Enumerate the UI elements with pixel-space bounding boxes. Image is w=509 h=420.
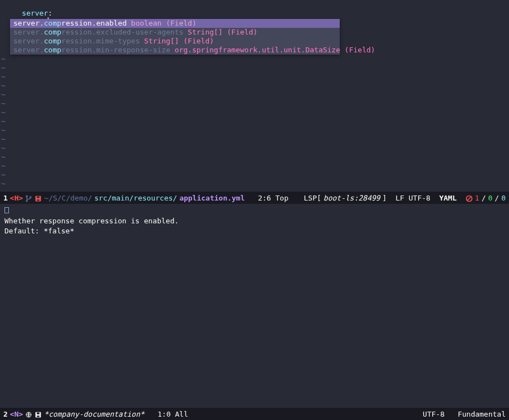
- completion-item[interactable]: server.compression.excluded-user-agents …: [10, 28, 340, 37]
- svg-point-0: [26, 196, 28, 197]
- evil-state: <N>: [10, 410, 23, 418]
- window-number: 1: [3, 194, 8, 202]
- svg-point-1: [26, 200, 28, 202]
- position: 1:0 All: [158, 410, 188, 418]
- tilde: ~: [1, 153, 6, 162]
- yaml-key: server: [22, 9, 48, 17]
- lsp-server: boot-ls:28499: [324, 194, 380, 202]
- completion-item[interactable]: server.compression.mime-types String[] (…: [10, 37, 340, 46]
- major-mode: YAML: [439, 194, 457, 202]
- line-2[interactable]: ● comp: [0, 9, 509, 18]
- encoding: LF UTF-8: [395, 194, 430, 202]
- svg-rect-4: [37, 196, 40, 198]
- globe-icon: [25, 410, 32, 418]
- git-branch-icon: [25, 194, 32, 202]
- error-icon: [466, 194, 473, 202]
- lsp-label: LSP[: [304, 194, 321, 202]
- tilde: ~: [1, 126, 6, 135]
- tilde: ~: [1, 72, 6, 81]
- tilde: ~: [1, 90, 6, 99]
- tilde: ~: [1, 170, 6, 179]
- diag-errors: 1: [475, 194, 479, 202]
- tilde-column: ~~~~~~~~~~~~~~~: [1, 55, 6, 188]
- tilde: ~: [1, 179, 6, 188]
- tilde: ~: [1, 144, 6, 153]
- save-icon: [35, 410, 42, 418]
- major-mode: Fundamental: [458, 410, 506, 418]
- tilde: ~: [1, 64, 6, 72]
- save-icon: [35, 194, 42, 202]
- editor-pane[interactable]: server: ● comp server.compression.enable…: [0, 0, 509, 192]
- tilde: ~: [1, 55, 6, 64]
- doc-box-marker: [4, 206, 505, 216]
- buffer-name: *company-documentation*: [44, 410, 144, 418]
- doc-line-1: Whether response compression is enabled.: [4, 216, 505, 226]
- encoding: UTF-8: [423, 410, 444, 418]
- modeline-doc: 2 <N> *company-documentation* 1:0 All UT…: [0, 408, 509, 420]
- svg-rect-9: [37, 412, 40, 414]
- line-1[interactable]: server:: [0, 0, 509, 9]
- completion-item[interactable]: server.compression.enabled boolean (Fiel…: [10, 19, 340, 28]
- file-name: application.yml: [179, 194, 244, 202]
- tilde: ~: [1, 99, 6, 108]
- completion-popup[interactable]: server.compression.enabled boolean (Fiel…: [10, 19, 340, 55]
- modeline-editor: 1 <H> ~/S/C/demo/src/main/resources/appl…: [0, 192, 509, 204]
- tilde: ~: [1, 117, 6, 126]
- window-number: 2: [3, 410, 8, 418]
- lsp-close: ]: [383, 194, 387, 202]
- evil-state: <H>: [10, 194, 23, 202]
- diag-info: 0: [501, 194, 506, 202]
- path-compressed: ~/S/C/demo/: [44, 194, 92, 202]
- path-sub: src/main/resources/: [94, 194, 177, 202]
- tilde: ~: [1, 135, 6, 144]
- diag-warnings: 0: [488, 194, 493, 202]
- doc-line-3: Default: *false*: [4, 226, 505, 236]
- tilde: ~: [1, 162, 6, 170]
- svg-point-2: [30, 196, 32, 198]
- completion-item[interactable]: server.compression.min-response-size org…: [10, 46, 340, 55]
- tilde: ~: [1, 108, 6, 117]
- documentation-pane[interactable]: Whether response compression is enabled.…: [0, 204, 509, 408]
- svg-rect-10: [37, 416, 40, 417]
- position: 2:6 Top: [258, 194, 288, 202]
- yaml-colon: :: [48, 9, 52, 17]
- svg-rect-5: [37, 199, 40, 201]
- tilde: ~: [1, 81, 6, 90]
